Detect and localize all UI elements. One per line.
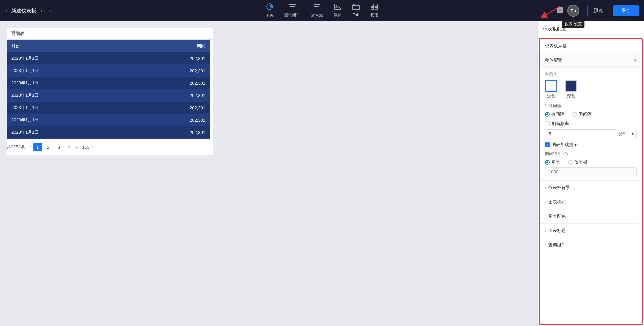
- chevron-right-icon: ›: [545, 186, 546, 190]
- cell-month: 2023年1月1日: [7, 52, 128, 65]
- chevron-down-icon: ∨: [634, 58, 637, 63]
- svg-rect-3: [314, 8, 317, 8]
- col-header-month: 月份: [7, 40, 128, 52]
- light-color-swatch[interactable]: [545, 80, 557, 92]
- text-icon: [313, 3, 321, 12]
- next-page-button[interactable]: ›: [92, 144, 94, 150]
- tab-icon: [352, 4, 360, 12]
- chart-loading-check-icon[interactable]: ✓: [545, 142, 550, 147]
- nav-tab[interactable]: Tab: [352, 4, 360, 17]
- refresh-rate-row: 刷新频率: [545, 121, 637, 127]
- media-icon: [334, 4, 341, 11]
- refresh-checkbox-box[interactable]: [545, 121, 550, 126]
- cell-period: 202,301: [128, 114, 210, 126]
- section-overall-config[interactable]: 整体配置 ∨: [540, 53, 642, 68]
- nav-query[interactable]: 查询组件: [284, 4, 300, 18]
- nav-chart[interactable]: 图表: [266, 3, 274, 19]
- section-chart-title[interactable]: › 图表标题: [540, 224, 642, 238]
- chart-radio[interactable]: [545, 160, 550, 165]
- table-row: 2023年1月1日202,301: [7, 65, 210, 77]
- top-bar-left: ‹ 新建仪表板 ↩ ↪: [5, 7, 52, 14]
- panel-scroll: 仪表板风格 › 整体配置 ∨ 主题色 浅色 深色: [539, 38, 643, 325]
- refresh-input[interactable]: [545, 129, 617, 138]
- table-row: 2023年1月1日202,301: [7, 102, 210, 114]
- cell-month: 2023年1月1日: [7, 102, 128, 114]
- dark-label: 深色: [567, 93, 575, 99]
- with-gap-radio[interactable]: [545, 112, 550, 117]
- save-button[interactable]: 保存: [613, 5, 639, 16]
- page-1[interactable]: 1: [33, 143, 42, 151]
- dashboard-option[interactable]: 仪表板: [568, 159, 587, 165]
- cell-month: 2023年1月1日: [7, 89, 128, 102]
- nav-media[interactable]: 媒体: [334, 4, 342, 18]
- section-chart-color[interactable]: › 图表配色: [540, 209, 642, 224]
- dark-color-swatch[interactable]: [565, 80, 577, 92]
- prev-page-button[interactable]: ‹: [30, 144, 31, 150]
- svg-rect-11: [375, 7, 378, 9]
- no-gap-option[interactable]: 无间隔: [572, 111, 592, 117]
- dark-color-option[interactable]: 深色: [565, 80, 577, 99]
- cell-period: 202,301: [128, 102, 210, 114]
- pagination-total: 共3253条: [7, 144, 25, 150]
- refresh-rate-checkbox[interactable]: 刷新频率: [545, 121, 569, 127]
- back-button[interactable]: ‹: [5, 7, 7, 14]
- widget-title: 明细表: [7, 28, 213, 40]
- panel-more-button[interactable]: ≡: [636, 26, 639, 32]
- light-color-option[interactable]: 浅色: [545, 80, 557, 99]
- user-avatar[interactable]: Ea 仪表 设置: [567, 5, 579, 17]
- table-widget: 明细表 月份 期间 2023年1月1日202,3012023年1月1日202,3…: [7, 28, 213, 155]
- dashboard-radio[interactable]: [568, 160, 573, 165]
- cell-period: 202,301: [128, 52, 210, 65]
- preview-button[interactable]: 预览: [587, 5, 609, 16]
- table-row: 2023年1月1日202,301: [7, 89, 210, 102]
- chart-result-options: 图表 仪表板: [545, 159, 637, 165]
- section-chart-style[interactable]: › 图表样式: [540, 195, 642, 209]
- right-panel: 仪表板配置 ≡ 仪表板风格 › 整体配置 ∨ 主题色 浅色: [537, 21, 644, 326]
- page-4[interactable]: 4: [65, 143, 74, 151]
- cell-period: 202,301: [128, 77, 210, 89]
- svg-rect-10: [371, 7, 374, 9]
- top-bar: ‹ 新建仪表板 ↩ ↪ 图表 查询组件 富文本: [0, 0, 644, 21]
- svg-rect-7: [353, 4, 355, 6]
- undo-redo-group: ↩ ↪: [40, 8, 52, 14]
- nav-reuse[interactable]: 复用: [370, 4, 378, 18]
- result-input[interactable]: [545, 167, 637, 176]
- chevron-right-icon: ›: [545, 229, 546, 233]
- page-dots: ···: [76, 145, 80, 150]
- chart-option[interactable]: 图表: [545, 159, 560, 165]
- with-gap-option[interactable]: 有间隔: [545, 111, 564, 117]
- redo-button[interactable]: ↪: [47, 8, 52, 14]
- section-query-component[interactable]: › 查询组件: [540, 238, 642, 252]
- col-header-period: 期间: [128, 40, 210, 52]
- refresh-unit-label: 分钟: [619, 131, 627, 137]
- page-2[interactable]: 2: [44, 143, 53, 151]
- chart-result-row: 图表结果 ?: [545, 151, 637, 157]
- chevron-right-icon: ›: [545, 243, 546, 247]
- section-dashboard-style[interactable]: 仪表板风格 ›: [540, 39, 642, 53]
- component-gap-label: 组件间隔: [545, 103, 637, 109]
- light-label: 浅色: [547, 93, 555, 99]
- undo-button[interactable]: ↩: [40, 8, 45, 14]
- chart-loading-checkbox[interactable]: ✓ 图表加载提示: [545, 142, 637, 148]
- table-row: 2023年1月1日202,301: [7, 114, 210, 126]
- section-dashboard-bg[interactable]: › 仪表板背景: [540, 181, 642, 195]
- svg-rect-4: [334, 4, 341, 9]
- table-row: 2023年1月1日202,301: [7, 126, 210, 139]
- refresh-unit-dropdown[interactable]: ▼: [629, 130, 637, 138]
- table-row: 2023年1月1日202,301: [7, 77, 210, 89]
- data-table: 月份 期间 2023年1月1日202,3012023年1月1日202,30120…: [7, 40, 210, 139]
- nav-richtext[interactable]: 富文本: [311, 3, 323, 19]
- red-arrow: [537, 5, 563, 21]
- svg-rect-1: [314, 4, 320, 5]
- filter-icon: [289, 4, 296, 11]
- pagination: 共3253条 ‹ 1 2 3 4 ··· 163 ›: [7, 139, 213, 155]
- canvas-area: 明细表 月份 期间 2023年1月1日202,3012023年1月1日202,3…: [0, 21, 537, 326]
- page-last[interactable]: 163: [81, 143, 90, 151]
- page-3[interactable]: 3: [55, 143, 63, 151]
- reuse-icon: [371, 4, 378, 11]
- cell-month: 2023年1月1日: [7, 77, 128, 89]
- panel-header: 仪表板配置 ≡: [538, 21, 644, 37]
- refresh-input-row: 分钟 ▼: [545, 129, 637, 138]
- main-area: 明细表 月份 期间 2023年1月1日202,3012023年1月1日202,3…: [0, 21, 644, 326]
- no-gap-radio[interactable]: [572, 112, 577, 117]
